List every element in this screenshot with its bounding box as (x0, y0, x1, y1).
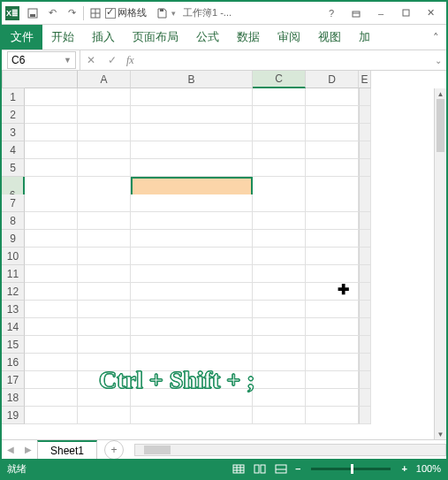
maximize-button[interactable] (393, 4, 418, 23)
cell[interactable] (253, 194, 306, 212)
cell[interactable] (253, 230, 306, 248)
tab-nav-prev-icon[interactable]: ◀ (2, 445, 19, 454)
cell[interactable] (78, 106, 131, 124)
row-header[interactable]: 9 (2, 230, 25, 248)
scroll-up-icon[interactable]: ▲ (435, 88, 446, 99)
cell[interactable] (253, 301, 306, 318)
cell[interactable] (131, 230, 253, 248)
tab-addins[interactable]: 加 (350, 25, 379, 50)
vertical-scrollbar[interactable]: ▲ ▼ (434, 88, 446, 439)
horizontal-scroll-thumb[interactable] (144, 446, 171, 454)
cell[interactable] (306, 389, 359, 407)
cell[interactable] (306, 248, 359, 265)
vertical-scroll-thumb[interactable] (437, 99, 444, 152)
tab-home[interactable]: 开始 (42, 25, 83, 50)
tab-view[interactable]: 视图 (309, 25, 350, 50)
cell[interactable] (253, 336, 306, 354)
cell[interactable] (131, 283, 253, 301)
zoom-out-button[interactable]: – (292, 463, 304, 474)
cell[interactable] (306, 194, 359, 212)
cell[interactable] (78, 318, 131, 336)
row-header[interactable]: 3 (2, 124, 25, 141)
cell[interactable] (306, 88, 359, 106)
tab-page-layout[interactable]: 页面布局 (124, 25, 187, 50)
new-sheet-button[interactable]: + (104, 440, 124, 460)
row-header[interactable]: 8 (2, 212, 25, 230)
cell[interactable] (253, 159, 306, 177)
cell[interactable] (131, 336, 253, 354)
cell[interactable] (25, 318, 78, 336)
cell[interactable] (253, 141, 306, 159)
cell[interactable] (131, 124, 253, 141)
row-header[interactable]: 14 (2, 318, 25, 336)
formula-input[interactable] (138, 51, 430, 69)
row-header[interactable]: 5 (2, 159, 25, 177)
row-header[interactable]: 7 (2, 194, 25, 212)
cell[interactable] (25, 88, 78, 106)
row-header[interactable]: 13 (2, 301, 25, 318)
cell[interactable] (25, 124, 78, 141)
cell[interactable] (253, 283, 306, 301)
scroll-down-icon[interactable]: ▼ (435, 429, 446, 439)
cell[interactable] (78, 230, 131, 248)
cell[interactable] (253, 212, 306, 230)
row-header[interactable]: 16 (2, 354, 25, 371)
cell[interactable] (25, 212, 78, 230)
cell[interactable] (25, 371, 78, 389)
help-button[interactable]: ? (319, 4, 344, 23)
cell[interactable] (253, 88, 306, 106)
cell[interactable] (25, 407, 78, 424)
tab-review[interactable]: 审阅 (269, 25, 309, 50)
cell[interactable] (131, 88, 253, 106)
cell[interactable] (78, 194, 131, 212)
cell[interactable] (25, 230, 78, 248)
cell[interactable] (78, 124, 131, 141)
cell[interactable] (306, 230, 359, 248)
row-header[interactable]: 11 (2, 265, 25, 283)
cell[interactable] (253, 371, 306, 389)
tab-nav-next-icon[interactable]: ▶ (19, 445, 37, 454)
sheet-tab[interactable]: Sheet1 (37, 440, 97, 459)
cell[interactable] (25, 283, 78, 301)
cell[interactable] (306, 371, 359, 389)
cell[interactable] (306, 318, 359, 336)
cell[interactable] (78, 159, 131, 177)
row-header[interactable]: 17 (2, 371, 25, 389)
qat-redo-icon[interactable]: ↷ (62, 4, 81, 23)
cell[interactable] (25, 141, 78, 159)
row-header[interactable]: 10 (2, 248, 25, 265)
page-break-view-icon[interactable] (271, 461, 291, 476)
cell[interactable] (131, 212, 253, 230)
cell[interactable] (306, 141, 359, 159)
row-header[interactable]: 18 (2, 389, 25, 407)
cell[interactable] (253, 354, 306, 371)
cell[interactable] (131, 265, 253, 283)
cell[interactable] (306, 212, 359, 230)
cell[interactable] (131, 318, 253, 336)
name-box-dropdown-icon[interactable]: ▼ (64, 56, 72, 65)
tab-formulas[interactable]: 公式 (187, 25, 228, 50)
cell[interactable] (131, 159, 253, 177)
cell[interactable] (78, 389, 131, 407)
cell[interactable] (306, 336, 359, 354)
cell[interactable] (306, 124, 359, 141)
cell[interactable] (25, 159, 78, 177)
cell[interactable] (131, 389, 253, 407)
qat-save-icon[interactable] (23, 4, 42, 23)
cell[interactable] (25, 389, 78, 407)
cell[interactable] (306, 106, 359, 124)
cancel-icon[interactable]: ✕ (80, 51, 102, 69)
col-header[interactable]: A (78, 71, 131, 88)
row-header[interactable]: 19 (2, 407, 25, 424)
col-header[interactable]: E (359, 71, 371, 88)
close-button[interactable]: ✕ (418, 4, 443, 23)
gridlines-checkbox[interactable] (105, 8, 116, 19)
cell[interactable] (306, 283, 359, 301)
qat-undo-icon[interactable]: ↶ (42, 4, 62, 23)
cell[interactable] (25, 106, 78, 124)
cell[interactable] (253, 318, 306, 336)
cell[interactable] (306, 301, 359, 318)
select-all-corner[interactable] (25, 71, 78, 88)
cell[interactable] (131, 371, 253, 389)
cell[interactable] (78, 371, 131, 389)
